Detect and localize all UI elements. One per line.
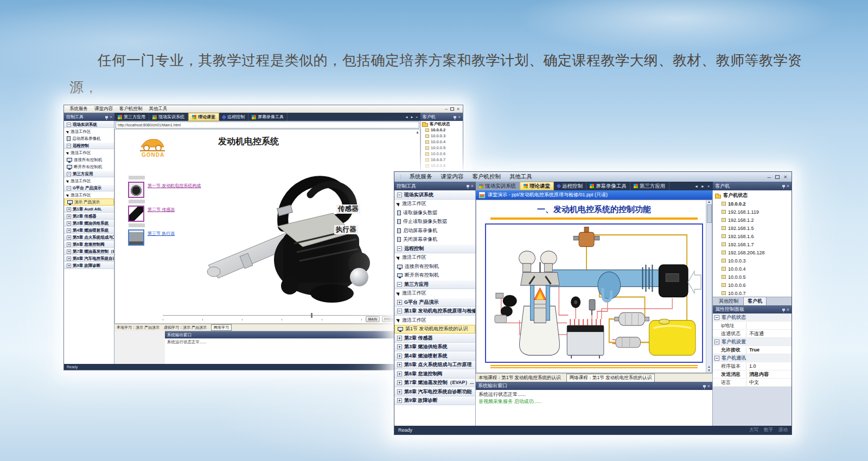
- section-link[interactable]: 第三节 执行器: [148, 230, 175, 246]
- expand-icon[interactable]: +: [67, 249, 71, 254]
- expand-icon[interactable]: +: [67, 242, 71, 247]
- tree-group[interactable]: −G平台 产品演示: [64, 184, 114, 191]
- tab-next-icon[interactable]: ►: [411, 116, 414, 119]
- restore-icon[interactable]: [450, 107, 454, 111]
- client-row[interactable]: 192.168.1.119: [713, 208, 792, 216]
- expand-icon[interactable]: +: [67, 257, 71, 261]
- slider-thumb[interactable]: [311, 313, 312, 318]
- menu-item[interactable]: 课堂内容: [94, 106, 113, 112]
- collapse-icon[interactable]: −: [714, 340, 719, 344]
- expand-icon[interactable]: +: [397, 380, 402, 385]
- title-menu-bar[interactable]: ⁞ 系统服务课堂内容客户机控制其他工具 – ×: [394, 172, 792, 182]
- ppt-viewer-titlebar[interactable]: 课堂演示 - ppt/发动机电控系统原理与检修/01.ppt (只读): [476, 190, 712, 200]
- collapse-icon[interactable]: −: [397, 246, 402, 251]
- expand-icon[interactable]: +: [67, 214, 71, 219]
- expand-icon[interactable]: +: [397, 389, 402, 394]
- tree-group[interactable]: −远程控制: [394, 244, 475, 253]
- scroll-up-icon[interactable]: ▲: [707, 365, 711, 368]
- section-thumbnail[interactable]: [128, 206, 144, 222]
- property-row[interactable]: 允许接收True: [713, 346, 792, 354]
- expand-icon[interactable]: +: [397, 372, 402, 376]
- panel-tab[interactable]: 其他控制: [715, 297, 742, 305]
- tree-item[interactable]: 第1节 发动机电控系统的认识: [394, 325, 475, 334]
- collapse-icon[interactable]: −: [714, 315, 719, 320]
- collapse-icon[interactable]: −: [67, 144, 71, 148]
- pin-icon[interactable]: [454, 116, 456, 118]
- client-row[interactable]: 10.0.0.7: [713, 289, 792, 297]
- course-tab[interactable]: 本地课程：第1节 发动机电控系统的认识: [478, 375, 561, 381]
- pin-icon[interactable]: [782, 309, 785, 311]
- tree-group[interactable]: +第2章 传感器: [394, 334, 475, 343]
- tree-item[interactable]: 激活工作区: [394, 200, 475, 209]
- tree-item[interactable]: 激活工作区: [64, 149, 114, 156]
- expand-icon[interactable]: +: [397, 300, 402, 305]
- workspace-tab[interactable]: 屏幕录像工具: [248, 113, 288, 121]
- tree-group[interactable]: −第1章 发动机电控系统原理与检修: [394, 307, 475, 316]
- workspace-tab[interactable]: 远程控制: [554, 182, 586, 190]
- pin-icon[interactable]: [105, 116, 108, 118]
- pin-icon[interactable]: [703, 385, 706, 387]
- tree-group[interactable]: +第8章 汽车电控系统自诊断功能: [394, 387, 475, 396]
- minimize-icon[interactable]: –: [445, 106, 448, 112]
- workspace-tab[interactable]: 第三方应用: [114, 113, 149, 121]
- menu-item[interactable]: 系统服务: [69, 106, 88, 112]
- tree-group[interactable]: −远程控制: [64, 142, 114, 149]
- close-icon[interactable]: ×: [416, 116, 418, 119]
- workspace-tab[interactable]: 第三方应用: [630, 182, 669, 190]
- tree-group[interactable]: +第4章 燃油喷射系统: [64, 227, 114, 234]
- property-value[interactable]: 消息内容: [746, 371, 769, 378]
- expand-icon[interactable]: +: [397, 362, 402, 367]
- course-tab[interactable]: 网络课程：第1节 发动机电控系统的认识: [566, 374, 655, 382]
- property-row[interactable]: 连通状态不连通: [713, 330, 792, 338]
- tree-group[interactable]: +第3章 燃油供给系统: [64, 220, 114, 227]
- expand-icon[interactable]: +: [67, 235, 71, 240]
- tree-group[interactable]: +第6章 怠速控制阀: [394, 369, 475, 379]
- client-row[interactable]: 10.0.0.4: [713, 265, 792, 273]
- tree-group[interactable]: +G平台 产品演示: [394, 298, 475, 307]
- client-row[interactable]: 10.0.0.4: [421, 139, 463, 145]
- tree-group[interactable]: +第9章 故障诊断: [64, 262, 114, 269]
- scroll-up-icon[interactable]: ▲: [416, 130, 419, 134]
- tree-item[interactable]: 读取摄像头数据: [394, 208, 475, 217]
- property-row[interactable]: ip地址: [713, 322, 792, 330]
- course-tab[interactable]: 本地学习：演示 产品演示: [117, 325, 159, 330]
- close-icon[interactable]: ×: [707, 383, 710, 389]
- tree-group[interactable]: +第5章 点火系统组成与工作原理: [64, 234, 114, 241]
- property-category[interactable]: −客户机通讯: [713, 354, 792, 362]
- client-row[interactable]: 192.168.1.2: [713, 216, 792, 224]
- tree-group[interactable]: +第7章 燃油蒸发控制（EVAP）...: [64, 248, 114, 255]
- tree-group[interactable]: +第3章 燃油供给系统: [394, 343, 475, 352]
- close-icon[interactable]: ×: [707, 184, 710, 188]
- tree-item[interactable]: 断开所有控制机: [64, 163, 114, 170]
- tree-item[interactable]: 连接所有控制机: [64, 156, 114, 163]
- tree-item[interactable]: 激活工作区: [64, 191, 114, 199]
- collapse-icon[interactable]: −: [67, 172, 71, 176]
- close-icon[interactable]: ×: [471, 183, 474, 189]
- tree-item[interactable]: 关闭屏幕录像机: [394, 235, 475, 245]
- property-value[interactable]: True: [746, 347, 760, 353]
- property-category[interactable]: −客户机设置: [713, 338, 792, 346]
- client-row[interactable]: 192.168.206.128: [713, 248, 792, 257]
- menu-item[interactable]: 客户机控制: [119, 106, 143, 112]
- close-icon[interactable]: ×: [787, 307, 789, 312]
- tree-item[interactable]: 启动屏幕录像机: [394, 226, 475, 235]
- property-value[interactable]: 中文: [746, 379, 759, 386]
- expand-icon[interactable]: +: [397, 336, 402, 341]
- scroll-down-icon[interactable]: ▼: [707, 369, 711, 372]
- expand-icon[interactable]: +: [397, 344, 402, 349]
- main-button[interactable]: MAIN: [366, 316, 380, 322]
- collapse-icon[interactable]: −: [397, 193, 402, 197]
- tree-group[interactable]: +第9章 故障诊断: [394, 396, 475, 406]
- tree-item[interactable]: 停止读取摄像头数据: [394, 217, 475, 227]
- close-icon[interactable]: ×: [784, 174, 787, 180]
- tree-group[interactable]: +第2章 传感器: [64, 213, 114, 220]
- client-row[interactable]: 10.0.0.5: [421, 145, 463, 151]
- client-row[interactable]: 10.0.0.6: [713, 281, 792, 289]
- client-row[interactable]: 10.0.0.3: [421, 133, 463, 139]
- scrollbar-thumb[interactable]: [707, 204, 712, 223]
- minimize-icon[interactable]: –: [767, 174, 770, 180]
- collapse-icon[interactable]: −: [397, 309, 402, 313]
- expand-icon[interactable]: +: [67, 207, 71, 212]
- close-icon[interactable]: ×: [457, 106, 459, 112]
- property-category[interactable]: −客户机状态: [713, 313, 792, 322]
